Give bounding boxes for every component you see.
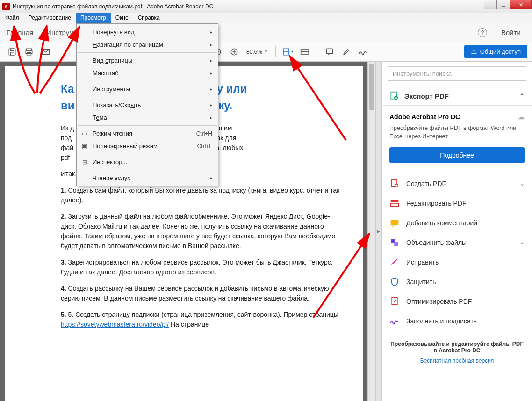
tool-edit-pdf[interactable]: Редактировать PDF bbox=[382, 193, 532, 213]
comment-icon[interactable] bbox=[322, 44, 337, 59]
doc-paragraph: 3. Зарегистрироваться на любом сервисе р… bbox=[61, 258, 344, 277]
share-button[interactable]: Общий доступ bbox=[464, 45, 527, 58]
doc-link[interactable]: https://sovetywebmastera.ru/video/pl/ bbox=[61, 321, 169, 328]
svg-rect-24 bbox=[394, 242, 398, 246]
scrollbar-thumb[interactable] bbox=[369, 64, 374, 110]
footer-text: Преобразовывайте и редактируйте файлы PD… bbox=[389, 341, 525, 354]
cloud-icon: ☁ bbox=[518, 113, 525, 121]
menu-file[interactable]: Файл bbox=[0, 13, 24, 23]
comment-icon bbox=[389, 218, 400, 228]
highlight-icon[interactable] bbox=[339, 44, 354, 59]
tool-comment[interactable]: Добавить комментарий bbox=[382, 213, 532, 233]
zoom-in-icon[interactable] bbox=[227, 44, 242, 59]
tool-fix[interactable]: Исправить bbox=[382, 252, 532, 272]
tool-optimize[interactable]: Оптимизировать PDF bbox=[382, 292, 532, 311]
combine-icon bbox=[389, 237, 400, 248]
zoom-level[interactable]: 80,6%▼ bbox=[246, 49, 268, 55]
chevron-down-icon: ⌄ bbox=[520, 180, 525, 187]
protect-icon bbox=[389, 277, 400, 287]
panel-footer: Преобразовывайте и редактируйте файлы PD… bbox=[382, 334, 532, 371]
sign-icon[interactable] bbox=[356, 44, 371, 59]
menu-readmode[interactable]: ▭Режим чтенияCtrl+H bbox=[77, 127, 218, 140]
doc-paragraph: 5. 5. Создать страницу подписки (страниц… bbox=[61, 310, 344, 329]
tab-main[interactable]: Главная bbox=[7, 29, 33, 36]
menu-nav[interactable]: Навигация по страницам▸ bbox=[77, 38, 218, 51]
promo-desc: Преобразуйте файлы PDF в формат Word или… bbox=[389, 124, 525, 141]
svg-rect-20 bbox=[391, 200, 399, 202]
menu-view[interactable]: Просмотр bbox=[76, 13, 111, 23]
promo-box: Adobe Acrobat Pro DC☁ Преобразуйте файлы… bbox=[382, 106, 532, 171]
menu-window[interactable]: Окно bbox=[111, 13, 133, 23]
svg-rect-2 bbox=[10, 52, 14, 55]
scrollbar[interactable] bbox=[367, 62, 375, 401]
menu-pageview[interactable]: Вид страницы▸ bbox=[77, 54, 218, 67]
chevron-down-icon: ⌄ bbox=[520, 239, 525, 246]
help-icon[interactable]: ? bbox=[478, 28, 487, 37]
titlebar: A Инструкция по отправке файлов подписчи… bbox=[0, 0, 532, 13]
svg-rect-21 bbox=[391, 203, 399, 207]
menu-theme[interactable]: Тема▸ bbox=[77, 111, 218, 124]
svg-rect-1 bbox=[10, 49, 14, 51]
maximize-button[interactable]: ☐ bbox=[497, 0, 510, 9]
collapse-panel-button[interactable]: ▶ bbox=[375, 62, 381, 401]
page-view-icon[interactable] bbox=[297, 44, 312, 59]
menu-scale[interactable]: Масштаб▸ bbox=[77, 67, 218, 79]
optimize-icon bbox=[389, 296, 400, 307]
doc-paragraph: 2. Загрузить данный файл на любом файлоо… bbox=[61, 212, 344, 251]
login-button[interactable]: Войти bbox=[496, 29, 525, 36]
promo-button[interactable]: Подробнее bbox=[389, 147, 525, 163]
inspector-icon: ⊞ bbox=[80, 158, 89, 166]
trial-link[interactable]: Бесплатная пробная версия bbox=[389, 358, 525, 364]
doc-paragraph: 4. Создать рассылку на Вашем сервисе рас… bbox=[61, 284, 344, 303]
fix-icon bbox=[389, 257, 400, 267]
close-button[interactable]: ✕ bbox=[510, 0, 532, 9]
mail-icon[interactable] bbox=[38, 44, 53, 59]
menu-readaloud[interactable]: Чтение вслух▸ bbox=[77, 172, 218, 184]
view-dropdown: Повернуть вид▸ Навигация по страницам▸ В… bbox=[76, 23, 218, 186]
print-icon[interactable] bbox=[22, 44, 36, 59]
menu-edit[interactable]: Редактирование bbox=[24, 13, 76, 23]
menubar: Файл Редактирование Просмотр Окно Справк… bbox=[0, 13, 532, 23]
tool-combine[interactable]: Объединить файлы⌄ bbox=[382, 233, 532, 252]
tool-create-pdf[interactable]: Создать PDF⌄ bbox=[382, 174, 532, 193]
export-pdf-header[interactable]: Экспорт PDF ⌃ bbox=[382, 86, 532, 106]
fillsign-icon bbox=[389, 316, 400, 326]
app-icon: A bbox=[2, 3, 10, 10]
fit-width-icon[interactable]: ▼ bbox=[280, 44, 295, 59]
window-title: Инструкция по отправке файлов подписчика… bbox=[13, 3, 213, 10]
create-pdf-icon bbox=[389, 179, 400, 189]
doc-paragraph: 1. Создать сам файл, который Вы хотите д… bbox=[61, 186, 344, 205]
menu-inspector[interactable]: ⊞Инспектор... bbox=[77, 156, 218, 168]
save-icon[interactable] bbox=[5, 44, 20, 59]
right-panel: Инструменты поиска Экспорт PDF ⌃ Adobe A… bbox=[381, 62, 532, 401]
menu-instruments[interactable]: Инструменты▸ bbox=[77, 83, 218, 95]
menu-showhide[interactable]: Показать/Скрыть▸ bbox=[77, 99, 218, 111]
svg-point-17 bbox=[394, 96, 398, 100]
tool-fillsign[interactable]: Заполнить и подписать bbox=[382, 311, 532, 331]
menu-fullscreen[interactable]: ▣Полноэкранный режимCtrl+L bbox=[77, 140, 218, 152]
tool-protect[interactable]: Защитить bbox=[382, 272, 532, 292]
window-controls: ─ ☐ ✕ bbox=[484, 0, 532, 9]
svg-rect-15 bbox=[326, 49, 333, 54]
svg-rect-22 bbox=[391, 220, 399, 225]
menu-rotate[interactable]: Повернуть вид▸ bbox=[77, 26, 218, 38]
minimize-button[interactable]: ─ bbox=[484, 0, 497, 9]
promo-name: Adobe Acrobat Pro DC☁ bbox=[389, 113, 525, 121]
fullscreen-icon: ▣ bbox=[80, 142, 89, 150]
readmode-icon: ▭ bbox=[80, 129, 89, 138]
search-tools-input[interactable]: Инструменты поиска bbox=[388, 66, 526, 81]
tool-list: Создать PDF⌄ Редактировать PDF Добавить … bbox=[382, 171, 532, 334]
menu-help[interactable]: Справка bbox=[133, 13, 165, 23]
svg-rect-25 bbox=[392, 298, 397, 305]
edit-pdf-icon bbox=[389, 198, 400, 208]
chevron-up-icon: ⌃ bbox=[519, 93, 525, 100]
